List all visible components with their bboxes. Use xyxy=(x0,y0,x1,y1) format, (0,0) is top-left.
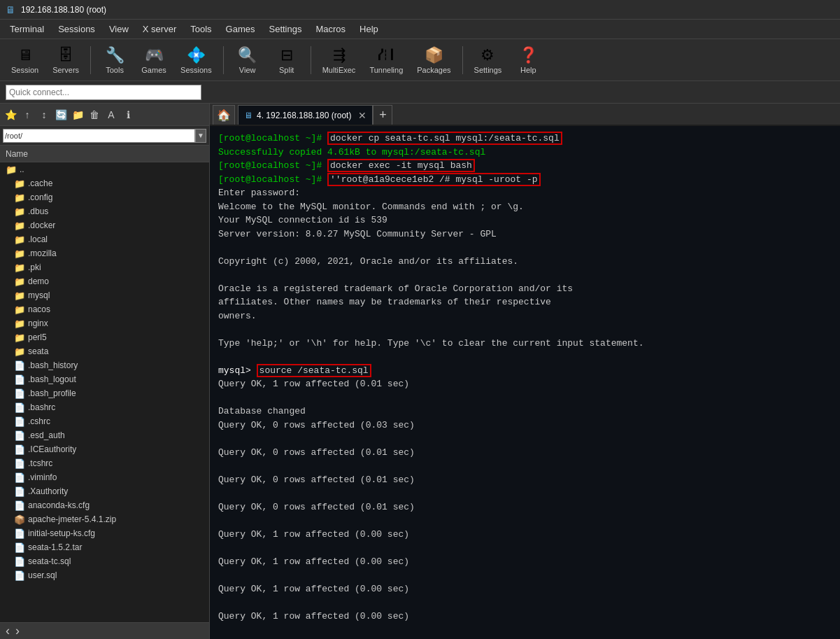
sidebar-scroll-right[interactable]: › xyxy=(13,624,22,638)
file-item[interactable]: 📄seata-1.5.2.tar xyxy=(0,540,209,554)
file-type-icon: 📁 xyxy=(14,248,25,259)
terminal-line: Query OK, 0 rows affected (0.01 sec) xyxy=(218,473,832,487)
file-item[interactable]: 📄.Xauthority xyxy=(0,484,209,498)
terminal-content[interactable]: [root@localhost ~]# docker cp seata-tc.s… xyxy=(210,126,840,639)
toolbar-btn-settings[interactable]: ⚙Settings xyxy=(469,43,508,77)
file-item[interactable]: 📁.mozilla xyxy=(0,246,209,260)
toolbar-label-tunneling: Tunneling xyxy=(369,66,403,74)
sidebar-btn-bookmark[interactable]: ⭐ xyxy=(3,107,18,122)
menu-item-help[interactable]: Help xyxy=(353,21,385,37)
menu-item-x server[interactable]: X server xyxy=(136,21,183,37)
menu-item-sessions[interactable]: Sessions xyxy=(51,21,102,37)
toolbar-btn-split[interactable]: ⊟Split xyxy=(269,43,305,77)
terminal-line xyxy=(218,391,832,405)
menu-item-tools[interactable]: Tools xyxy=(183,21,218,37)
file-item[interactable]: 📄.bash_logout xyxy=(0,372,209,386)
file-item[interactable]: 📄.bash_profile xyxy=(0,386,209,400)
terminal-line: Oracle is a registered trademark of Orac… xyxy=(218,282,832,296)
terminal-line: Query OK, 1 row affected (0.00 sec) xyxy=(218,582,832,596)
file-item[interactable]: 📁.cache xyxy=(0,176,209,190)
sidebar-scroll-left[interactable]: ‹ xyxy=(3,624,13,638)
toolbar-btn-tools[interactable]: 🔧Tools xyxy=(97,43,133,77)
file-item[interactable]: 📄.ICEauthority xyxy=(0,442,209,456)
sidebar-btn-refresh[interactable]: 🔄 xyxy=(53,107,69,122)
file-item[interactable]: 📁seata xyxy=(0,344,209,358)
sidebar-btn-filter[interactable]: A xyxy=(104,107,119,122)
file-item[interactable]: 📄user.sql xyxy=(0,568,209,582)
file-item[interactable]: 📁nginx xyxy=(0,316,209,330)
toolbar-btn-help[interactable]: ❓Help xyxy=(510,43,546,77)
terminal-line: Welcome to the MySQL monitor. Commands e… xyxy=(218,200,832,214)
file-item[interactable]: 📁.pki xyxy=(0,260,209,274)
file-item[interactable]: 📄.cshrc xyxy=(0,414,209,428)
file-item[interactable]: 📄seata-tc.sql xyxy=(0,554,209,568)
file-item[interactable]: 📁demo xyxy=(0,274,209,288)
menu-item-view[interactable]: View xyxy=(102,21,136,37)
file-type-icon: 📁 xyxy=(14,290,25,301)
toolbar-btn-sessions[interactable]: 💠Sessions xyxy=(175,43,218,77)
file-name: .bash_history xyxy=(28,360,78,370)
sidebar-btn-delete[interactable]: 🗑 xyxy=(87,107,102,122)
file-item[interactable]: 📄initial-setup-ks.cfg xyxy=(0,526,209,540)
file-type-icon: 📄 xyxy=(14,528,25,539)
terminal-line: Copyright (c) 2000, 2021, Oracle and/or … xyxy=(218,255,832,269)
file-item[interactable]: 📁.. xyxy=(0,162,209,176)
title-bar: 🖥 192.168.188.180 (root) xyxy=(0,0,840,20)
file-item[interactable]: 📁.docker xyxy=(0,218,209,232)
toolbar-label-sessions: Sessions xyxy=(180,66,212,74)
file-type-icon: 📄 xyxy=(14,388,25,399)
tab-close-btn[interactable]: ✕ xyxy=(358,110,366,121)
toolbar-btn-tunneling[interactable]: ⛙Tunneling xyxy=(364,43,408,77)
sidebar-path-input[interactable] xyxy=(3,129,195,143)
toolbar-btn-view[interactable]: 🔍View xyxy=(229,43,266,77)
tab-new-btn[interactable]: + xyxy=(373,105,392,125)
toolbar-btn-multiexec[interactable]: ⇶MultiExec xyxy=(317,43,362,77)
file-item[interactable]: 📄.bashrc xyxy=(0,400,209,414)
menu-item-games[interactable]: Games xyxy=(219,21,262,37)
terminal-line: mysql> source /seata-tc.sql xyxy=(218,364,832,378)
sidebar-btn-info[interactable]: ℹ xyxy=(120,107,136,122)
file-item[interactable]: 📁.config xyxy=(0,190,209,204)
sidebar-path-arrow[interactable]: ▼ xyxy=(195,129,206,143)
file-name: .docker xyxy=(28,220,55,230)
menu-item-macros[interactable]: Macros xyxy=(308,21,353,37)
file-item[interactable]: 📁.dbus xyxy=(0,204,209,218)
quick-connect-input[interactable] xyxy=(6,85,201,100)
file-item[interactable]: 📄.bash_history xyxy=(0,358,209,372)
file-item[interactable]: 📁.local xyxy=(0,232,209,246)
menu-item-terminal[interactable]: Terminal xyxy=(3,21,51,37)
tab-home-icon[interactable]: 🏠 xyxy=(213,105,235,125)
file-item[interactable]: 📦apache-jmeter-5.4.1.zip xyxy=(0,512,209,526)
file-item[interactable]: 📄anaconda-ks.cfg xyxy=(0,498,209,512)
toolbar-btn-games[interactable]: 🎮Games xyxy=(136,43,172,77)
file-name: seata xyxy=(28,346,48,356)
toolbar-btn-packages[interactable]: 📦Packages xyxy=(411,43,456,77)
sidebar-file-list[interactable]: 📁..📁.cache📁.config📁.dbus📁.docker📁.local📁… xyxy=(0,162,209,622)
file-item[interactable]: 📁mysql xyxy=(0,288,209,302)
file-type-icon: 📄 xyxy=(14,472,25,483)
file-name: seata-1.5.2.tar xyxy=(28,542,82,552)
terminal-line: [root@localhost ~]# ''root@a1a9cece1eb2 … xyxy=(218,173,832,187)
file-item[interactable]: 📁perl5 xyxy=(0,330,209,344)
file-type-icon: 📄 xyxy=(14,542,25,553)
sidebar-btn-newfile[interactable]: ↕ xyxy=(36,107,52,122)
file-name: seata-tc.sql xyxy=(28,556,71,566)
toolbar-btn-servers[interactable]: 🗄Servers xyxy=(47,43,85,77)
file-item[interactable]: 📄.viminfo xyxy=(0,470,209,484)
toolbar-label-packages: Packages xyxy=(417,66,450,74)
toolbar-btn-session[interactable]: 🖥Session xyxy=(6,43,44,77)
file-type-icon: 📁 xyxy=(14,332,25,343)
terminal-line xyxy=(218,541,832,555)
sidebar-btn-folder[interactable]: 📁 xyxy=(70,107,85,122)
file-name: .pki xyxy=(28,262,41,272)
terminal-line: Server version: 8.0.27 MySQL Community S… xyxy=(218,227,832,241)
tab-active[interactable]: 🖥 4. 192.168.188.180 (root) ✕ xyxy=(238,105,373,125)
sidebar-btn-upload[interactable]: ↑ xyxy=(20,107,35,122)
toolbar-label-games: Games xyxy=(141,66,166,74)
file-item[interactable]: 📄.tcshrc xyxy=(0,456,209,470)
terminal-line: Your MySQL connection id is 539 xyxy=(218,213,832,227)
sidebar-header-label: Name xyxy=(6,149,28,159)
file-item[interactable]: 📄.esd_auth xyxy=(0,428,209,442)
menu-item-settings[interactable]: Settings xyxy=(262,21,309,37)
file-item[interactable]: 📁nacos xyxy=(0,302,209,316)
